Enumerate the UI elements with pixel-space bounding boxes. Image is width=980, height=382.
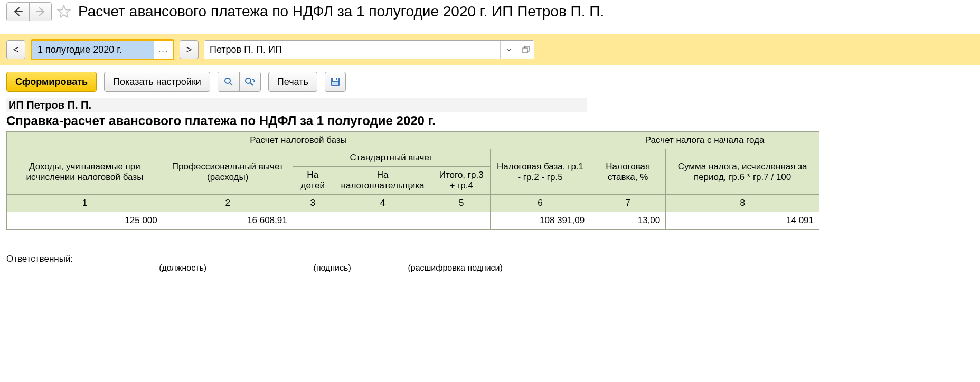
table-row: 125 000 16 608,91 108 391,09 13,00 14 09… bbox=[7, 212, 819, 230]
svg-line-3 bbox=[230, 83, 232, 85]
th-n7: 7 bbox=[590, 195, 666, 212]
save-button[interactable] bbox=[325, 72, 346, 92]
th-n1: 1 bbox=[7, 195, 163, 212]
toolbar: Сформировать Показать настройки Печать bbox=[0, 65, 980, 98]
report-title: Справка-расчет авансового платежа по НДФ… bbox=[6, 113, 974, 128]
search-arrow-icon bbox=[244, 77, 255, 87]
show-settings-button[interactable]: Показать настройки bbox=[104, 72, 210, 92]
favorite-star-icon[interactable] bbox=[56, 4, 72, 20]
arrow-right-icon bbox=[35, 7, 46, 16]
th-n3: 3 bbox=[293, 195, 333, 212]
cell-c2: 16 608,91 bbox=[163, 212, 293, 230]
arrow-left-icon bbox=[13, 7, 23, 16]
th-c2: Профессиональный вычет (расходы) bbox=[163, 149, 293, 195]
cell-c8: 14 091 bbox=[666, 212, 819, 230]
svg-rect-1 bbox=[523, 48, 527, 53]
th-c1: Доходы, учитываемые при исчислении налог… bbox=[7, 149, 163, 195]
organization-open-button[interactable] bbox=[517, 41, 534, 59]
find-button[interactable] bbox=[218, 72, 239, 91]
cell-c3 bbox=[293, 212, 333, 230]
navbar: Расчет авансового платежа по НДФЛ за 1 п… bbox=[0, 0, 980, 23]
report-org: ИП Петров П. П. bbox=[6, 98, 587, 112]
cell-c6: 108 391,09 bbox=[491, 212, 590, 230]
report-table: Расчет налоговой базы Расчет налога с на… bbox=[6, 131, 819, 230]
signature-sign: (подпись) bbox=[293, 251, 372, 273]
report: ИП Петров П. П. Справка-расчет авансовог… bbox=[0, 98, 980, 283]
signature-block: Ответственный: (должность) (подпись) (ра… bbox=[6, 251, 974, 273]
signature-cap-decode: (расшифровка подписи) bbox=[408, 263, 502, 273]
th-c4: На налогоплательщика bbox=[333, 167, 432, 195]
open-external-icon bbox=[522, 46, 530, 53]
organization-dropdown-button[interactable] bbox=[500, 41, 517, 59]
param-bar: < ... > bbox=[0, 34, 980, 65]
th-c3: На детей bbox=[293, 167, 333, 195]
signature-line-decode bbox=[387, 251, 524, 262]
th-group-base: Расчет налоговой базы bbox=[7, 132, 590, 149]
organization-input[interactable] bbox=[204, 41, 500, 59]
th-n8: 8 bbox=[666, 195, 819, 212]
cell-c1: 125 000 bbox=[7, 212, 163, 230]
svg-point-2 bbox=[225, 78, 230, 83]
th-n6: 6 bbox=[491, 195, 590, 212]
page-title: Расчет авансового платежа по НДФЛ за 1 п… bbox=[78, 3, 604, 20]
signature-decode: (расшифровка подписи) bbox=[387, 251, 524, 273]
svg-rect-7 bbox=[336, 78, 337, 80]
signature-cap-sign: (подпись) bbox=[314, 263, 351, 273]
cell-c5 bbox=[432, 212, 491, 230]
forward-button[interactable] bbox=[29, 3, 51, 21]
organization-field bbox=[204, 40, 534, 59]
svg-rect-8 bbox=[332, 82, 338, 85]
chevron-down-icon bbox=[506, 47, 512, 52]
generate-button[interactable]: Сформировать bbox=[6, 72, 97, 92]
th-group-std: Стандартный вычет bbox=[293, 149, 490, 167]
th-n4: 4 bbox=[333, 195, 432, 212]
signature-line-position bbox=[88, 251, 278, 262]
period-choose-button[interactable]: ... bbox=[154, 41, 173, 59]
signature-cap-position: (должность) bbox=[159, 263, 206, 273]
th-c7: Налоговая ставка, % bbox=[590, 149, 666, 195]
signature-position: (должность) bbox=[88, 251, 278, 273]
th-group-tax: Расчет налога с начала года bbox=[590, 132, 819, 149]
period-field: ... bbox=[31, 39, 174, 60]
signature-line-sign bbox=[293, 251, 372, 262]
cell-c7: 13,00 bbox=[590, 212, 666, 230]
th-c8: Сумма налога, исчисленная за период, гр.… bbox=[666, 149, 819, 195]
svg-point-4 bbox=[246, 78, 251, 83]
search-icon bbox=[224, 77, 233, 87]
th-c6: Налоговая база, гр.1 - гр.2 - гр.5 bbox=[491, 149, 590, 195]
th-c5: Итого, гр.3 + гр.4 bbox=[432, 167, 491, 195]
th-n5: 5 bbox=[432, 195, 491, 212]
print-button[interactable]: Печать bbox=[268, 72, 317, 92]
find-next-button[interactable] bbox=[239, 72, 260, 91]
signature-label: Ответственный: bbox=[6, 254, 73, 273]
floppy-disk-icon bbox=[331, 77, 340, 87]
svg-rect-6 bbox=[333, 78, 338, 81]
th-n2: 2 bbox=[163, 195, 293, 212]
period-input[interactable] bbox=[32, 41, 154, 59]
nav-history bbox=[6, 2, 52, 21]
period-next-button[interactable]: > bbox=[180, 40, 199, 59]
back-button[interactable] bbox=[7, 3, 29, 21]
cell-c4 bbox=[333, 212, 432, 230]
period-prev-button[interactable]: < bbox=[6, 40, 25, 59]
search-buttons bbox=[218, 72, 261, 92]
